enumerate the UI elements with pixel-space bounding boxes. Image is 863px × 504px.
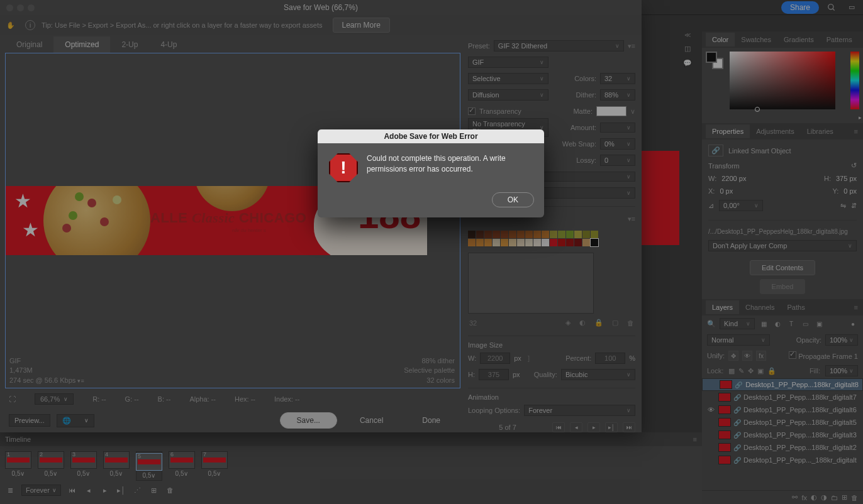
layer-item[interactable]: 👁🔗Desktop1_PP_Pepp...188kr_digitalt6 xyxy=(702,403,863,416)
anim-next-icon[interactable]: ▸│ xyxy=(605,422,618,432)
link-dims-icon[interactable]: ] xyxy=(528,354,530,362)
ct-trash-icon[interactable]: 🗑 xyxy=(627,319,634,327)
search-icon[interactable] xyxy=(824,1,839,14)
preview-button[interactable]: Preview... xyxy=(9,414,50,427)
layer-item[interactable]: 🔗Desktop1_PP_Pepp...188kr_digitalt5 xyxy=(702,416,863,429)
timeline-frame[interactable]: 50,5∨ xyxy=(136,451,162,481)
prop-x[interactable]: 0 px xyxy=(720,187,733,195)
layer-item[interactable]: 🔗Desktop1_PP_Pepp..._188kr_digitalt xyxy=(702,454,863,466)
color-panel-menu-icon[interactable]: ≡ xyxy=(859,36,863,43)
delete-layer-icon[interactable]: 🗑 xyxy=(851,494,858,501)
tl-first-icon[interactable]: ⏮ xyxy=(67,486,77,494)
zoom-fit-icon[interactable]: ⛶ xyxy=(9,395,16,403)
anim-last-icon[interactable]: ⏭ xyxy=(623,422,635,432)
layers-panel-menu-icon[interactable]: ≡ xyxy=(849,304,863,311)
unify-position-icon[interactable]: ✥ xyxy=(728,351,738,361)
workspace-icon[interactable]: ▭ xyxy=(844,1,859,14)
new-layer-icon[interactable]: ⊞ xyxy=(842,493,847,501)
cancel-button[interactable]: Cancel xyxy=(343,413,399,428)
save-button[interactable]: Save... xyxy=(280,412,337,429)
propagate-checkbox[interactable] xyxy=(789,351,796,359)
format-select[interactable]: GIF∨ xyxy=(468,57,548,68)
lock-all-icon[interactable]: 🔒 xyxy=(767,367,776,375)
dither-method-select[interactable]: Diffusion∨ xyxy=(468,89,548,101)
tl-tween-icon[interactable]: ⋰ xyxy=(133,486,143,495)
color-field[interactable] xyxy=(730,52,835,109)
filter-pixel-icon[interactable]: ▦ xyxy=(759,319,769,329)
websnap-select[interactable]: 0%∨ xyxy=(600,138,635,150)
layer-fx-icon[interactable]: fx xyxy=(801,494,807,501)
trans-dither-amount[interactable]: ∨ xyxy=(600,123,635,133)
tab-2up[interactable]: 2-Up xyxy=(110,36,149,53)
preview-viewport[interactable]: ★ ★ ★ ALLE Classic CHICAGO når du henter… xyxy=(5,53,460,388)
flip-h-icon[interactable]: ⇋ xyxy=(840,202,846,210)
tl-next-icon[interactable]: ▸│ xyxy=(116,486,126,495)
new-fill-icon[interactable]: ◑ xyxy=(821,493,827,501)
zoom-select[interactable]: 66,7%∨ xyxy=(35,393,74,405)
lock-pos-icon[interactable]: ✥ xyxy=(748,367,754,375)
tl-play-icon[interactable]: ▸ xyxy=(100,486,110,495)
properties-panel-menu-icon[interactable]: ≡ xyxy=(849,128,863,135)
tab-gradients[interactable]: Gradients xyxy=(777,33,820,47)
flip-v-icon[interactable]: ⇵ xyxy=(851,202,857,210)
preset-menu-icon[interactable]: ▾≡ xyxy=(628,42,635,50)
tab-libraries[interactable]: Libraries xyxy=(801,124,840,138)
tab-swatches[interactable]: Swatches xyxy=(735,33,777,47)
is-percent-input[interactable]: 100 xyxy=(595,353,625,364)
tab-properties[interactable]: Properties xyxy=(706,124,750,138)
transparency-checkbox[interactable] xyxy=(468,107,476,115)
tab-original[interactable]: Original xyxy=(5,36,53,53)
ct-new-icon[interactable]: ▢ xyxy=(612,319,618,327)
is-h-input[interactable]: 375 xyxy=(479,369,509,380)
preset-select[interactable]: GIF 32 Dithered∨ xyxy=(494,40,624,52)
anim-first-icon[interactable]: ⏮ xyxy=(552,422,565,432)
color-table[interactable] xyxy=(468,231,635,246)
timeline-frame[interactable]: 10,5∨ xyxy=(5,451,31,481)
ct-shift-icon[interactable]: ◐ xyxy=(579,319,586,327)
share-button[interactable]: Share xyxy=(781,1,819,14)
tl-duplicate-icon[interactable]: ⊞ xyxy=(149,486,159,495)
angle-input[interactable]: 0,00°∨ xyxy=(719,200,763,211)
filter-kind-icon[interactable]: 🔍 xyxy=(707,320,716,328)
timeline-frame[interactable]: 30,5∨ xyxy=(70,451,97,481)
reduction-select[interactable]: Selective∨ xyxy=(468,73,548,84)
tl-delete-icon[interactable]: 🗑 xyxy=(165,486,175,494)
embed-button[interactable]: Embed xyxy=(760,279,806,294)
tab-layers[interactable]: Layers xyxy=(706,300,739,314)
ct-eyedrop-icon[interactable]: ◈ xyxy=(565,319,571,327)
histogram-icon[interactable]: ◫ xyxy=(684,45,691,53)
filter-kind-select[interactable]: Kind∨ xyxy=(720,318,755,329)
ok-button[interactable]: OK xyxy=(492,192,534,207)
filter-smart-icon[interactable]: ▣ xyxy=(814,319,824,329)
dock-collapse-icon[interactable]: ≪ xyxy=(684,31,691,38)
prop-w[interactable]: 2200 px xyxy=(721,175,746,182)
prop-y[interactable]: 0 px xyxy=(844,187,857,195)
filter-type-icon[interactable]: T xyxy=(786,319,796,329)
browser-preview-select[interactable]: 🌐 ∨ xyxy=(57,414,94,427)
layer-item[interactable]: 🔗Desktop1_PP_Pepp...188kr_digitalt8 xyxy=(702,378,863,391)
is-quality-select[interactable]: Bicubic∨ xyxy=(561,369,635,380)
timeline-menu-icon[interactable]: ≡ xyxy=(693,436,697,443)
lossy-input[interactable]: 0∨ xyxy=(600,155,635,166)
layer-item[interactable]: 🔗Desktop1_PP_Pepp...188kr_digitalt7 xyxy=(702,391,863,403)
tab-4up[interactable]: 4-Up xyxy=(149,36,188,53)
timeline-frame[interactable]: 60,5∨ xyxy=(169,451,195,481)
timeline-frame[interactable]: 40,5∨ xyxy=(103,451,130,481)
tab-patterns[interactable]: Patterns xyxy=(820,33,859,47)
dither-amount[interactable]: 88%∨ xyxy=(600,89,635,101)
timeline-loop-select[interactable]: Forever∨ xyxy=(21,485,61,496)
fgbg-swatch[interactable] xyxy=(706,52,723,69)
hue-slider[interactable] xyxy=(850,52,859,109)
tab-channels[interactable]: Channels xyxy=(739,300,781,314)
unify-visibility-icon[interactable]: 👁 xyxy=(742,351,752,361)
anim-play-icon[interactable]: ▸ xyxy=(587,422,600,432)
tab-color[interactable]: Color xyxy=(706,33,735,47)
prop-h[interactable]: 375 px xyxy=(836,175,857,182)
timeline-frames[interactable]: 10,5∨ 20,5∨ 30,5∨ 40,5∨ 50,5∨ 60,5∨ 70,5… xyxy=(0,446,702,482)
matte-swatch[interactable] xyxy=(596,106,626,116)
filter-adjust-icon[interactable]: ◐ xyxy=(772,319,782,329)
layer-item[interactable]: 🔗Desktop1_PP_Pepp...188kr_digitalt3 xyxy=(702,429,863,441)
layer-comp-select[interactable]: Don't Apply Layer Comp∨ xyxy=(708,240,857,251)
blend-mode-select[interactable]: Normal∨ xyxy=(707,334,770,346)
timeline-frame[interactable]: 70,5∨ xyxy=(201,451,228,481)
